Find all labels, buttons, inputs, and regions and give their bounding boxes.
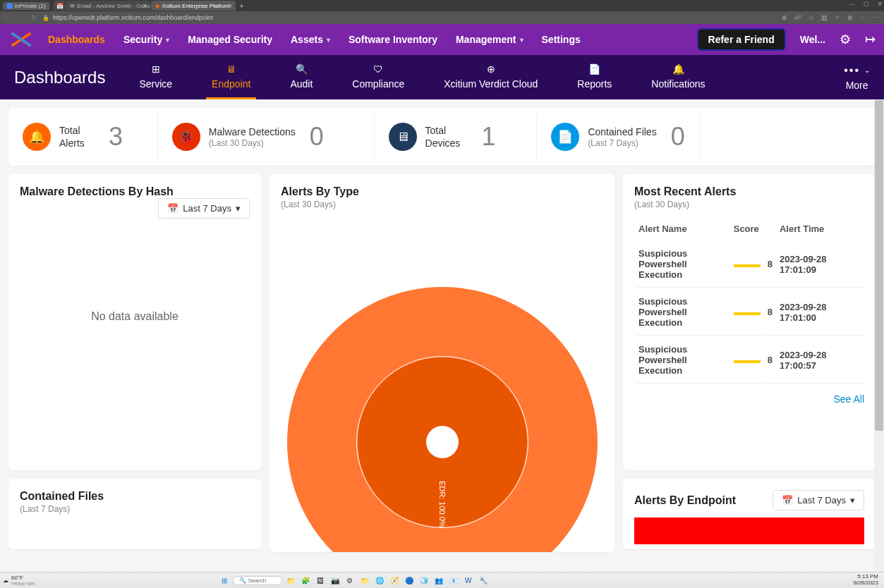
nav-settings[interactable]: Settings xyxy=(542,34,581,45)
taskbar-word-icon[interactable]: W xyxy=(462,574,475,587)
nav-assets[interactable]: Assets▾ xyxy=(291,34,330,45)
browser-tab-outlook[interactable]: ✉ Email - Andrew Smith - Outlook ✕ xyxy=(66,1,150,11)
collections-icon[interactable]: ✧ xyxy=(835,14,840,21)
stat-total-devices: 🖥 Total Devices 1 xyxy=(375,115,538,159)
taskbar-app-icon[interactable]: 🧭 xyxy=(388,574,401,587)
stat-label: Contained Files xyxy=(588,125,656,138)
dots-icon: ••• xyxy=(844,64,860,77)
sync-icon[interactable]: ⊗ xyxy=(847,14,853,21)
search-icon: 🔍 xyxy=(239,577,246,584)
stat-sublabel: (Last 30 Days) xyxy=(209,138,296,148)
panel-contained-files: Contained Files (Last 7 Days) xyxy=(8,479,261,549)
col-score[interactable]: Score xyxy=(731,218,775,240)
taskbar-app-icon[interactable]: 🧊 xyxy=(418,574,430,587)
taskbar-app-icon[interactable]: 📁 xyxy=(284,574,297,587)
nav-dashboards[interactable]: Dashboards xyxy=(48,34,105,45)
panel-title: Malware Detections By Hash xyxy=(20,185,250,198)
menu-icon[interactable]: ⋯ xyxy=(873,14,880,21)
refresh-button[interactable]: ↻ xyxy=(31,14,37,21)
extensions-icon[interactable]: ⋯ xyxy=(860,14,866,21)
monitor-icon: 🖥 xyxy=(389,123,417,151)
taskbar-teams-icon[interactable]: 👥 xyxy=(432,574,445,587)
taskbar-edge-icon[interactable]: 🌐 xyxy=(373,574,386,587)
taskbar-app-icon[interactable]: 📷 xyxy=(329,574,341,587)
tab-notifications[interactable]: 🔔 Notifications xyxy=(646,55,710,99)
xcitium-logo-icon[interactable] xyxy=(8,30,34,49)
zoom-icon[interactable]: ⊕ xyxy=(782,14,787,21)
logout-icon[interactable]: ↦ xyxy=(865,32,876,47)
minimize-button[interactable]: — xyxy=(849,1,855,7)
table-row[interactable]: Suspicious Powershell Execution 8 2023-0… xyxy=(636,241,863,288)
close-icon[interactable]: ✕ xyxy=(228,3,233,9)
timerange-dropdown[interactable]: 📅 Last 7 Days ▾ xyxy=(158,198,250,219)
taskbar-app-icon[interactable]: ⚙ xyxy=(344,574,356,587)
taskbar-app-icon[interactable]: 🔧 xyxy=(477,574,490,587)
taskbar-weather[interactable]: ☁ 60°F Heavy rain xyxy=(3,575,35,586)
tab-verdict-cloud[interactable]: ⊕ Xcitium Verdict Cloud xyxy=(438,55,543,99)
inprivate-label: InPrivate (2) xyxy=(15,3,46,9)
taskbar-outlook-icon[interactable]: 📧 xyxy=(447,574,460,587)
col-alert-name[interactable]: Alert Name xyxy=(636,218,729,240)
taskbar-chrome-icon[interactable]: 🔵 xyxy=(403,574,416,587)
tab-audit[interactable]: 🔍 Audit xyxy=(284,55,318,99)
timerange-dropdown[interactable]: 📅 Last 7 Days ▾ xyxy=(773,490,864,510)
scrollbar-thumb[interactable] xyxy=(875,100,883,431)
weather-desc: Heavy rain xyxy=(11,581,35,586)
vertical-scrollbar[interactable] xyxy=(874,99,884,572)
nav-security[interactable]: Security▾ xyxy=(123,34,169,45)
chevron-down-icon: ▾ xyxy=(520,36,523,44)
new-tab-button[interactable]: + xyxy=(236,2,248,10)
chevron-down-icon: ▾ xyxy=(166,36,169,44)
maximize-button[interactable]: ▢ xyxy=(864,1,869,7)
stat-contained-files: 📄 Contained Files (Last 7 Days) 0 xyxy=(537,115,700,159)
taskbar-app-icon[interactable]: 🖼 xyxy=(314,574,327,587)
see-all-link[interactable]: See All xyxy=(634,393,864,405)
stat-value: 0 xyxy=(310,122,324,152)
tab-endpoint[interactable]: 🖥 Endpoint xyxy=(206,55,256,99)
tab-label: Service xyxy=(139,78,172,90)
verdict-icon: ⊕ xyxy=(484,63,498,75)
browser-tabs: 📅 ✉ Email - Andrew Smith - Outlook ✕ ◆ X… xyxy=(54,1,248,11)
stat-cards-row: 🔔 Total Alerts 3 🐞 Malware Detections (L… xyxy=(8,108,876,166)
url-bar[interactable]: 🔒 https://openedr.platform.xcitium.com/d… xyxy=(42,14,776,21)
search-placeholder: Search xyxy=(248,577,266,584)
table-row[interactable]: Suspicious Powershell Execution 8 2023-0… xyxy=(636,337,863,384)
no-data-message: No data available xyxy=(20,310,250,323)
back-button[interactable]: ← xyxy=(4,14,11,21)
taskbar-search[interactable]: 🔍 Search xyxy=(233,576,282,585)
donut-hole xyxy=(426,426,459,458)
welcome-text[interactable]: Wel... xyxy=(800,34,825,45)
nav-management[interactable]: Management▾ xyxy=(456,34,523,45)
split-icon[interactable]: ▥ xyxy=(821,14,828,21)
taskbar-app-icon[interactable]: 🧩 xyxy=(299,574,312,587)
forward-button[interactable]: → xyxy=(18,14,24,21)
col-alert-time[interactable]: Alert Time xyxy=(777,218,863,240)
refer-friend-button[interactable]: Refer a Friend xyxy=(697,28,786,51)
read-aloud-icon[interactable]: A⁰ xyxy=(794,14,801,21)
tab-compliance[interactable]: 🛡 Compliance xyxy=(346,55,410,99)
nav-managed-security[interactable]: Managed Security xyxy=(188,34,272,45)
close-icon[interactable]: ✕ xyxy=(143,3,147,9)
score-bar-icon xyxy=(734,360,761,363)
tab-label: Notifications xyxy=(651,78,705,90)
alert-time-cell: 2023-09-28 17:00:57 xyxy=(777,337,863,384)
start-button[interactable]: ⊞ xyxy=(218,574,231,587)
score-bar-cell xyxy=(731,241,763,288)
top-nav: Dashboards Security▾ Managed Security As… xyxy=(0,24,884,55)
url-text: https://openedr.platform.xcitium.com/das… xyxy=(53,14,213,21)
favorite-icon[interactable]: ☆ xyxy=(809,14,814,21)
taskbar-app-icon[interactable]: 📁 xyxy=(358,574,371,587)
alert-time-cell: 2023-09-28 17:01:09 xyxy=(777,241,863,288)
browser-tab[interactable]: 📅 xyxy=(54,1,65,11)
browser-tab-xcitium[interactable]: ◆ Xcitium Enterprise Platform ✕ xyxy=(151,1,236,11)
tab-more[interactable]: •••⌄ More xyxy=(844,64,870,91)
close-button[interactable]: ✕ xyxy=(878,1,883,7)
tab-service[interactable]: ⊞ Service xyxy=(133,55,178,99)
tab-reports[interactable]: 📄 Reports xyxy=(571,55,617,99)
nav-software-inventory[interactable]: Software Inventory xyxy=(349,34,437,45)
gear-icon[interactable]: ⚙ xyxy=(840,32,851,47)
taskbar-clock[interactable]: 5:13 PM 9/28/2023 xyxy=(853,574,881,587)
file-icon: 📄 xyxy=(551,123,579,151)
panel-subtitle: (Last 30 Days) xyxy=(281,200,603,209)
table-row[interactable]: Suspicious Powershell Execution 8 2023-0… xyxy=(636,289,863,336)
